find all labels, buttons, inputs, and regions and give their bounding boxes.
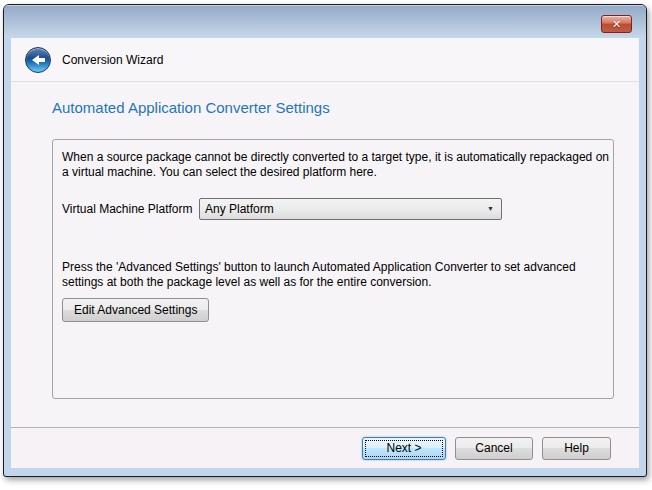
platform-label: Virtual Machine Platform [62, 202, 199, 216]
edit-advanced-settings-button[interactable]: Edit Advanced Settings [62, 298, 209, 322]
help-button[interactable]: Help [542, 437, 611, 460]
client-area: Conversion Wizard Automated Application … [11, 38, 639, 468]
chevron-down-icon: ▼ [487, 199, 494, 219]
title-bar: ✕ [4, 5, 646, 38]
platform-select[interactable]: Any Platform ▼ [199, 198, 502, 220]
wizard-window: ✕ Conversion Wizard Automated Applicatio… [3, 4, 647, 477]
next-button[interactable]: Next > [362, 437, 446, 460]
next-button-label: Next > [386, 441, 421, 455]
intro-text: When a source package cannot be directly… [62, 150, 614, 180]
platform-row: Virtual Machine Platform Any Platform ▼ [62, 198, 604, 220]
back-icon [32, 55, 45, 65]
settings-group-box: When a source package cannot be directly… [52, 139, 614, 399]
window-frame: Conversion Wizard Automated Application … [4, 38, 646, 476]
cancel-button[interactable]: Cancel [455, 437, 533, 460]
platform-selected-value: Any Platform [205, 202, 274, 216]
wizard-title: Conversion Wizard [62, 53, 163, 67]
close-button[interactable]: ✕ [601, 15, 632, 33]
close-icon: ✕ [612, 18, 621, 30]
button-bar: Next > Cancel Help [11, 427, 639, 468]
wizard-header: Conversion Wizard [11, 38, 639, 82]
back-button[interactable] [25, 47, 51, 73]
page-content: Automated Application Converter Settings… [11, 82, 639, 427]
advanced-settings-text: Press the 'Advanced Settings' button to … [62, 260, 614, 290]
page-title: Automated Application Converter Settings [52, 99, 639, 116]
